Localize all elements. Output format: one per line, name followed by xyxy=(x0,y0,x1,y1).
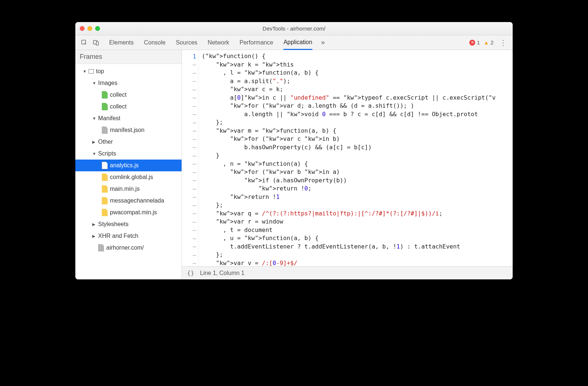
tab-sources[interactable]: Sources xyxy=(176,35,197,50)
tree-item-script[interactable]: main.min.js xyxy=(75,183,182,195)
kebab-menu-icon[interactable]: ⋮ xyxy=(497,38,509,47)
tab-network[interactable]: Network xyxy=(208,35,229,50)
tree-item-image[interactable]: collect xyxy=(75,101,182,112)
frames-sidebar: Frames ▼ top ▼ Images collect colle xyxy=(75,50,182,279)
tree-label: Images xyxy=(98,80,117,86)
error-icon: ✕ xyxy=(469,40,475,46)
tree-label: top xyxy=(96,68,104,75)
cursor-position: Line 1, Column 1 xyxy=(200,270,244,276)
script-file-icon xyxy=(102,162,108,169)
script-file-icon xyxy=(102,197,108,204)
script-file-icon xyxy=(102,209,108,216)
devtools-window: DevTools - airhorner.com/ Elements Conso… xyxy=(75,22,513,279)
chevron-down-icon: ▼ xyxy=(92,116,96,121)
titlebar: DevTools - airhorner.com/ xyxy=(75,22,513,35)
file-icon xyxy=(102,126,108,134)
tab-elements[interactable]: Elements xyxy=(109,35,134,50)
tree-top-frame[interactable]: ▼ top xyxy=(75,65,182,77)
tree-item-script[interactable]: comlink.global.js xyxy=(75,171,182,183)
close-icon[interactable] xyxy=(80,26,85,31)
tab-performance[interactable]: Performance xyxy=(240,35,273,50)
tree-group-images[interactable]: ▼ Images xyxy=(75,77,182,89)
tabbar: Elements Console Sources Network Perform… xyxy=(75,35,513,50)
tree-label: pwacompat.min.js xyxy=(110,209,157,216)
tree-label: analytics.js xyxy=(110,162,139,169)
chevron-right-icon: ▶ xyxy=(92,222,96,227)
tree-item-script[interactable]: messagechannelada xyxy=(75,195,182,207)
source-editor: 1––––––––––––––––––––––––– ("kw">functio… xyxy=(182,50,513,279)
tree-label: Scripts xyxy=(98,150,116,157)
chevron-down-icon: ▼ xyxy=(92,151,96,156)
code-area[interactable]: 1––––––––––––––––––––––––– ("kw">functio… xyxy=(182,50,513,266)
minimize-icon[interactable] xyxy=(87,26,92,31)
tree-label: Manifest xyxy=(98,115,120,122)
tree-item-script-selected[interactable]: analytics.js xyxy=(75,160,182,171)
more-tabs-icon[interactable]: » xyxy=(321,39,325,46)
tree-label: Other xyxy=(98,139,113,145)
warning-count[interactable]: ▲ 2 xyxy=(484,39,494,46)
tab-console[interactable]: Console xyxy=(144,35,166,50)
panel-tabs: Elements Console Sources Network Perform… xyxy=(109,35,312,50)
chevron-down-icon: ▼ xyxy=(83,69,86,74)
svg-rect-2 xyxy=(96,42,98,45)
tree-label: collect xyxy=(110,103,126,110)
tree-item-script[interactable]: pwacompat.min.js xyxy=(75,207,182,218)
line-gutter: 1––––––––––––––––––––––––– xyxy=(182,50,199,266)
code-content[interactable]: ("kw">function() { "kw">var k = "kw">thi… xyxy=(199,50,513,266)
error-count-value: 1 xyxy=(477,39,480,46)
frames-tree: ▼ top ▼ Images collect collect ▼ xyxy=(75,64,182,279)
script-file-icon xyxy=(102,174,108,181)
tree-item-image[interactable]: collect xyxy=(75,89,182,101)
tree-label: comlink.global.js xyxy=(110,174,153,181)
tree-label: main.min.js xyxy=(110,186,140,192)
warning-count-value: 2 xyxy=(491,39,494,46)
tree-item-root-file[interactable]: ▶ airhorner.com/ xyxy=(75,242,182,254)
pretty-print-icon[interactable]: {} xyxy=(187,269,194,276)
tree-item-manifest[interactable]: manifest.json xyxy=(75,124,182,136)
image-file-icon xyxy=(102,103,108,110)
device-toolbar-icon[interactable] xyxy=(91,39,101,46)
tree-group-scripts[interactable]: ▼ Scripts xyxy=(75,148,182,160)
tree-label: collect xyxy=(110,92,126,98)
tree-label: airhorner.com/ xyxy=(106,244,144,251)
tree-label: XHR and Fetch xyxy=(98,233,138,239)
error-count[interactable]: ✕ 1 xyxy=(469,39,480,46)
tab-application[interactable]: Application xyxy=(283,36,312,50)
file-icon xyxy=(98,244,104,251)
window-title: DevTools - airhorner.com/ xyxy=(75,25,513,32)
maximize-icon[interactable] xyxy=(95,26,100,31)
editor-statusbar: {} Line 1, Column 1 xyxy=(182,266,513,279)
tree-label: Stylesheets xyxy=(98,221,129,228)
tree-label: manifest.json xyxy=(110,127,144,133)
tree-label: messagechannelada xyxy=(110,197,164,204)
tree-group-manifest[interactable]: ▼ Manifest xyxy=(75,112,182,124)
tree-group-stylesheets[interactable]: ▶ Stylesheets xyxy=(75,218,182,230)
chevron-down-icon: ▼ xyxy=(92,81,96,85)
main-body: Frames ▼ top ▼ Images collect colle xyxy=(75,50,513,279)
image-file-icon xyxy=(102,91,108,99)
tree-group-xhr[interactable]: ▶ XHR and Fetch xyxy=(75,230,182,242)
frame-icon xyxy=(89,69,94,74)
tree-group-other[interactable]: ▶ Other xyxy=(75,136,182,148)
chevron-right-icon: ▶ xyxy=(92,234,96,239)
inspect-icon[interactable] xyxy=(79,39,89,46)
traffic-lights xyxy=(80,26,100,31)
warning-icon: ▲ xyxy=(484,39,489,46)
chevron-right-icon: ▶ xyxy=(92,140,96,144)
sidebar-header: Frames xyxy=(75,50,182,64)
script-file-icon xyxy=(102,185,108,193)
